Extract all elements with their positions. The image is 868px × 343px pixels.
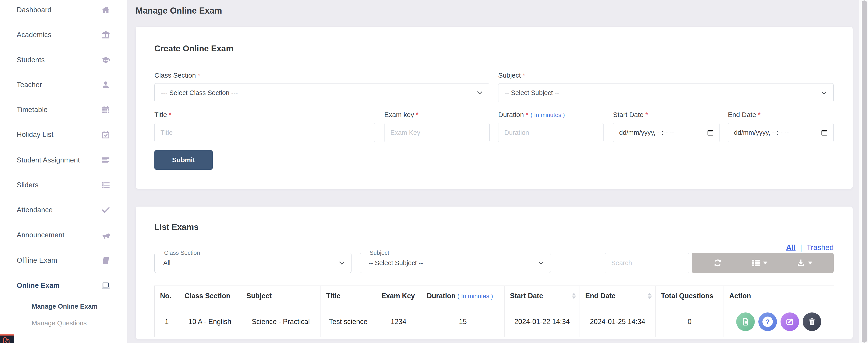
- header-subject: Subject: [241, 286, 321, 306]
- duration-note: ( In minutes ): [530, 112, 565, 118]
- chevron-down-icon: [822, 89, 827, 94]
- cell-start-date: 2024-01-22 14:34: [504, 306, 580, 337]
- link-separator: |: [800, 243, 802, 252]
- table-toolbar: [692, 253, 834, 273]
- edit-button[interactable]: [780, 312, 799, 331]
- question-icon: ?: [763, 317, 773, 327]
- bullhorn-icon: [101, 230, 111, 240]
- list-icon: [101, 180, 111, 190]
- header-action: Action: [724, 286, 834, 306]
- end-date-input[interactable]: dd/mm/yyyy, --:-- --: [728, 123, 834, 142]
- refresh-icon: [713, 258, 722, 268]
- header-no: No.: [155, 286, 179, 306]
- calendar-picker-icon[interactable]: [821, 129, 828, 136]
- cell-duration: 15: [421, 306, 504, 337]
- sidebar-item-sliders[interactable]: Sliders: [0, 180, 127, 190]
- refresh-button[interactable]: [713, 258, 722, 268]
- book-icon: [101, 255, 111, 266]
- table-header-row: No. Class Section Subject Title Exam Key…: [155, 286, 834, 306]
- sidebar-item-attendance[interactable]: Attendance: [0, 205, 127, 215]
- home-icon: [101, 5, 111, 15]
- class-section-select[interactable]: --- Select Class Section ---: [154, 83, 489, 102]
- header-class-section: Class Section: [179, 286, 241, 306]
- sidebar-subitem-manage-questions[interactable]: Manage Questions: [32, 319, 87, 327]
- exams-table: No. Class Section Subject Title Exam Key…: [154, 286, 834, 337]
- bank-icon: [101, 30, 111, 40]
- cell-action: ?: [724, 306, 834, 337]
- trash-icon: [807, 317, 816, 326]
- sort-icon[interactable]: [648, 293, 652, 299]
- edit-icon: [785, 317, 794, 326]
- assignment-icon: [101, 155, 111, 165]
- class-section-label: Class Section*: [154, 72, 200, 79]
- laravel-debugbar-badge[interactable]: [0, 335, 14, 343]
- sidebar-item-dashboard[interactable]: Dashboard: [0, 5, 127, 15]
- sidebar-item-offline-exam[interactable]: Offline Exam: [0, 255, 127, 265]
- sidebar-item-academics[interactable]: Academics: [0, 30, 127, 40]
- sidebar-item-teacher[interactable]: Teacher: [0, 80, 127, 90]
- start-date-input[interactable]: dd/mm/yyyy, --:-- --: [613, 123, 720, 142]
- sidebar-item-timetable[interactable]: Timetable: [0, 105, 127, 115]
- header-title: Title: [321, 286, 376, 306]
- calendar-picker-icon[interactable]: [707, 129, 714, 136]
- create-exam-card: Create Online Exam Class Section* Subjec…: [135, 27, 852, 189]
- header-start-date[interactable]: Start Date: [504, 286, 580, 306]
- duration-input[interactable]: [498, 123, 603, 142]
- title-input[interactable]: [154, 123, 375, 142]
- duration-label: Duration*( In minutes ): [498, 111, 565, 119]
- chevron-down-icon: [539, 259, 544, 265]
- start-date-label: Start Date*: [613, 111, 648, 119]
- header-total-questions: Total Questions: [655, 286, 724, 306]
- sidebar: Dashboard Academics Students Teacher Tim…: [0, 0, 127, 343]
- columns-button[interactable]: [751, 258, 767, 268]
- filter-class-section-select[interactable]: Class Section All: [154, 253, 351, 273]
- submit-button[interactable]: Submit: [154, 150, 213, 170]
- exam-key-input[interactable]: [384, 123, 490, 142]
- header-end-date[interactable]: End Date: [580, 286, 655, 306]
- list-filter-links: All | Trashed: [786, 243, 834, 252]
- user-icon: [101, 80, 111, 90]
- list-card-title: List Exams: [154, 222, 198, 232]
- sidebar-item-student-assignment[interactable]: Student Assignment: [0, 155, 127, 165]
- calendar-check-icon: [101, 130, 111, 140]
- sidebar-item-announcement[interactable]: Announcement: [0, 230, 127, 240]
- all-link[interactable]: All: [786, 243, 796, 252]
- questions-button[interactable]: ?: [758, 312, 777, 331]
- cell-total-questions: 0: [655, 306, 724, 337]
- sidebar-subitem-manage-online-exam[interactable]: Manage Online Exam: [32, 302, 98, 311]
- create-card-title: Create Online Exam: [154, 44, 234, 53]
- scrollbar-thumb[interactable]: [862, 0, 867, 343]
- chevron-down-icon: [477, 89, 483, 94]
- cell-end-date: 2024-01-25 14:34: [580, 306, 655, 337]
- sidebar-item-holiday-list[interactable]: Holiday List: [0, 130, 127, 140]
- laptop-icon: [101, 280, 111, 291]
- filter-subject-select[interactable]: Subject -- Select Subject --: [360, 253, 551, 273]
- caret-down-icon: [808, 261, 812, 264]
- page-scrollbar[interactable]: [859, 0, 868, 343]
- table-columns-icon: [751, 258, 761, 268]
- view-result-button[interactable]: [736, 312, 755, 331]
- chevron-down-icon: [339, 259, 344, 265]
- cell-title: Test science: [321, 306, 376, 337]
- subject-label: Subject*: [498, 72, 525, 79]
- end-date-label: End Date*: [728, 111, 761, 119]
- cell-exam-key: 1234: [376, 306, 421, 337]
- delete-button[interactable]: [803, 312, 821, 331]
- trashed-link[interactable]: Trashed: [807, 243, 834, 252]
- cell-no: 1: [155, 306, 179, 337]
- file-icon: [741, 317, 750, 326]
- sort-icon[interactable]: [572, 293, 576, 299]
- download-icon: [796, 258, 806, 268]
- sidebar-item-students[interactable]: Students: [0, 55, 127, 65]
- cell-class-section: 10 A - English: [179, 306, 241, 337]
- list-exams-card: List Exams All | Trashed Class Section A…: [135, 206, 852, 339]
- title-label: Title*: [154, 111, 171, 119]
- header-duration: Duration( In minutes ): [421, 286, 504, 306]
- caret-down-icon: [763, 261, 767, 264]
- check-icon: [101, 205, 111, 215]
- subject-select[interactable]: -- Select Subject --: [498, 83, 834, 102]
- sidebar-item-online-exam[interactable]: Online Exam: [0, 281, 127, 290]
- export-button[interactable]: [796, 258, 812, 268]
- search-input[interactable]: [605, 253, 689, 273]
- page-title: Manage Online Exam: [135, 6, 222, 16]
